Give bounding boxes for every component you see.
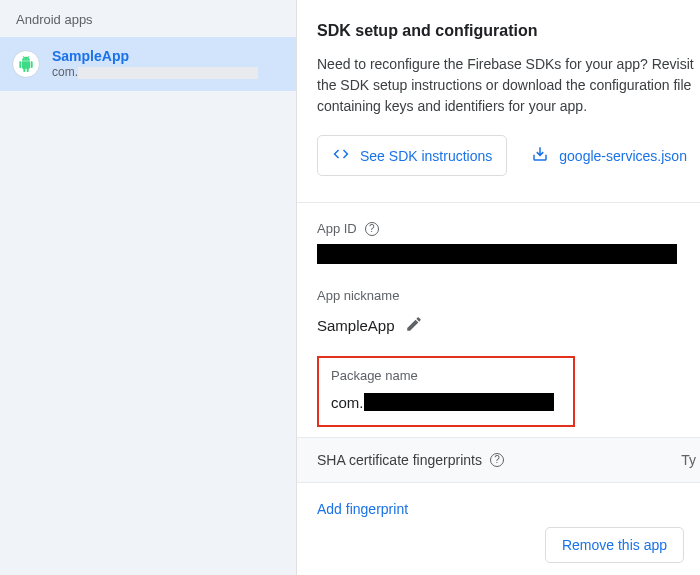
- package-name-box: Package name com.: [317, 356, 575, 427]
- nickname-block: App nickname SampleApp: [317, 270, 700, 356]
- sidebar-header: Android apps: [0, 0, 296, 37]
- package-name-label: Package name: [331, 368, 561, 383]
- help-icon[interactable]: ?: [490, 453, 504, 467]
- download-config-button[interactable]: google-services.json: [531, 145, 687, 166]
- sha-fingerprints-label-wrap: SHA certificate fingerprints ?: [317, 452, 504, 468]
- code-icon: [332, 145, 350, 166]
- sidebar-app-package: com.: [52, 65, 284, 81]
- android-icon: [12, 50, 40, 78]
- nickname-value: SampleApp: [317, 317, 395, 334]
- app-id-value-redacted: [317, 244, 677, 264]
- package-name-row: com.: [331, 393, 561, 411]
- sidebar-app-title: SampleApp: [52, 47, 284, 65]
- footer: Remove this app: [545, 527, 684, 563]
- download-icon: [531, 145, 549, 166]
- nickname-row: SampleApp: [317, 311, 700, 350]
- main-panel: SDK setup and configuration Need to reco…: [297, 0, 700, 575]
- redacted-text: [78, 67, 258, 79]
- sha-fingerprints-header: SHA certificate fingerprints ? Ty: [297, 437, 700, 483]
- sidebar-item-app[interactable]: SampleApp com.: [0, 37, 296, 91]
- section-description: Need to reconfigure the Firebase SDKs fo…: [317, 54, 700, 117]
- button-row: See SDK instructions google-services.jso…: [317, 135, 700, 176]
- sdk-instructions-label: See SDK instructions: [360, 148, 492, 164]
- download-config-label: google-services.json: [559, 148, 687, 164]
- help-icon[interactable]: ?: [365, 222, 379, 236]
- nickname-label: App nickname: [317, 288, 700, 303]
- package-name-prefix: com.: [331, 394, 364, 411]
- sha-fingerprints-label: SHA certificate fingerprints: [317, 452, 482, 468]
- app-id-label: App ID ?: [317, 221, 700, 236]
- sidebar: Android apps SampleApp com.: [0, 0, 297, 575]
- app-id-block: App ID ?: [317, 203, 700, 270]
- edit-icon[interactable]: [405, 315, 423, 336]
- sidebar-app-text: SampleApp com.: [52, 47, 284, 81]
- package-name-redacted: [364, 393, 554, 411]
- sdk-instructions-button[interactable]: See SDK instructions: [317, 135, 507, 176]
- remove-app-button[interactable]: Remove this app: [545, 527, 684, 563]
- sha-type-col: Ty: [681, 452, 700, 468]
- section-title: SDK setup and configuration: [317, 22, 700, 40]
- add-fingerprint-button[interactable]: Add fingerprint: [317, 483, 408, 517]
